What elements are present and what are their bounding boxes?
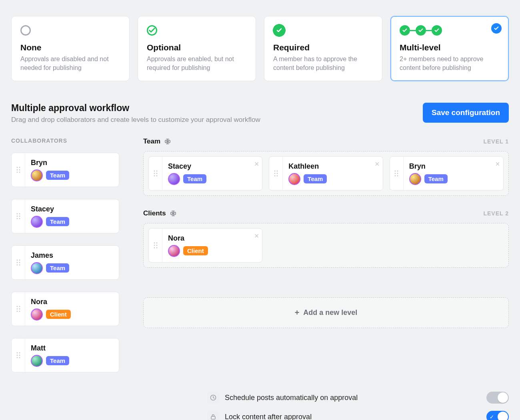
lock-icon [207,411,219,420]
level-tag: LEVEL 2 [483,210,509,217]
avatar [31,216,43,228]
option-desc: Approvals are disabled and not needed fo… [20,55,120,72]
option-desc: A member has to approve the content befo… [273,55,373,72]
role-tag: Team [424,174,448,183]
settings-toggles: Schedule posts automatically on approval… [11,392,509,420]
collaborator-name: Stacey [168,162,256,171]
toggle-schedule: Schedule posts automatically on approval… [207,392,509,404]
collaborator-card[interactable]: StaceyTeam [11,199,119,233]
level-tag: LEVEL 1 [483,138,509,145]
switch-lock[interactable]: ✓ [486,411,509,420]
collaborator-card[interactable]: ×BrynTeam [390,156,504,191]
role-tag: Team [46,217,69,226]
drag-handle-icon[interactable] [12,199,25,233]
avatar [31,262,43,274]
avatar [409,173,421,185]
option-title: None [20,43,120,52]
check-icon: ✓ [490,414,494,420]
drag-handle-icon[interactable] [12,153,25,187]
role-tag: Team [46,356,69,365]
collaborator-name: Stacey [31,205,113,213]
plus-icon: + [295,308,300,317]
avatar [31,355,43,367]
selected-check-icon [491,23,502,34]
drag-handle-icon[interactable] [12,246,25,279]
role-tag: Team [183,174,206,183]
seal-check-icon [273,24,285,36]
role-tag: Team [46,263,69,273]
collaborator-card[interactable]: ×KathleenTeam [269,156,383,191]
option-desc: Approvals are enabled, but not required … [147,55,247,72]
drag-handle-icon[interactable] [12,338,25,372]
collaborator-name: Kathleen [288,162,377,171]
collaborator-card[interactable]: BrynTeam [11,153,119,187]
multi-check-icon [400,25,442,36]
option-title: Required [273,43,373,52]
collaborator-card[interactable]: JamesTeam [11,245,119,280]
option-multilevel[interactable]: Multi-level 2+ members need to approve c… [390,16,509,81]
collaborator-name: Matt [31,344,113,352]
collaborator-card[interactable]: ×NoraClient [148,228,262,263]
avatar [288,173,300,185]
option-title: Optional [147,43,247,52]
level-dropzone[interactable]: ×NoraClient [143,223,509,268]
role-tag: Team [304,174,327,183]
collaborators-panel: COLLABORATORS BrynTeamStaceyTeamJamesTea… [11,137,119,372]
option-desc: 2+ members need to approve content befor… [400,55,500,72]
add-level-label: Add a new level [303,309,357,317]
check-circle-icon [147,25,157,36]
role-tag: Client [46,310,71,319]
avatar [168,173,180,185]
option-required[interactable]: Required A member has to approve the con… [264,16,382,81]
level-dropzone[interactable]: ×StaceyTeam×KathleenTeam×BrynTeam [143,151,509,196]
collaborator-card[interactable]: ×StaceyTeam [148,156,262,191]
option-title: Multi-level [400,43,500,52]
levels-panel: TeamLEVEL 1×StaceyTeam×KathleenTeam×Bryn… [143,137,509,328]
close-icon[interactable]: × [495,160,500,168]
switch-schedule[interactable]: ✕ [486,392,509,404]
level-name: Team [143,137,160,145]
collaborator-card[interactable]: NoraClient [11,292,119,326]
drag-handle-icon[interactable] [149,229,162,262]
option-none[interactable]: None Approvals are disabled and not need… [11,16,130,81]
collaborator-name: Bryn [31,159,113,167]
rename-icon[interactable] [164,138,171,145]
clock-icon [207,392,219,404]
avatar [31,169,43,181]
toggle-label: Schedule posts automatically on approval [225,394,486,402]
avatar [168,245,180,257]
empty-circle-icon [20,25,31,36]
drag-handle-icon[interactable] [12,292,25,326]
role-tag: Team [46,171,69,180]
avatar [31,309,43,320]
collaborator-name: James [31,251,113,260]
drag-handle-icon[interactable] [149,157,162,190]
option-optional[interactable]: Optional Approvals are enabled, but not … [138,16,256,81]
collaborator-card[interactable]: MattTeam [11,338,119,372]
section-header: Multiple approval workflow Drag and drop… [11,103,509,124]
save-button[interactable]: Save configuration [423,103,509,123]
add-level-button[interactable]: + Add a new level [143,297,509,328]
toggle-label: Lock content after approval [225,413,486,420]
collaborator-name: Nora [31,298,113,306]
level: TeamLEVEL 1×StaceyTeam×KathleenTeam×Bryn… [143,137,509,196]
close-icon[interactable]: × [254,232,259,240]
level-name: Clients [143,209,166,217]
close-icon[interactable]: × [254,160,259,168]
drag-handle-icon[interactable] [390,157,404,190]
collaborator-name: Nora [168,234,256,243]
collaborators-heading: COLLABORATORS [11,137,119,144]
level: ClientsLEVEL 2×NoraClient [143,209,509,268]
section-title: Multiple approval workflow [11,103,260,113]
approval-options: None Approvals are disabled and not need… [11,16,509,81]
close-icon[interactable]: × [375,160,380,168]
role-tag: Client [183,246,208,255]
toggle-lock: Lock content after approval ✓ [207,411,509,420]
drag-handle-icon[interactable] [269,157,283,190]
rename-icon[interactable] [170,210,176,217]
collaborator-name: Bryn [409,162,498,171]
section-subtitle: Drag and drop collaborators and create l… [11,116,260,124]
